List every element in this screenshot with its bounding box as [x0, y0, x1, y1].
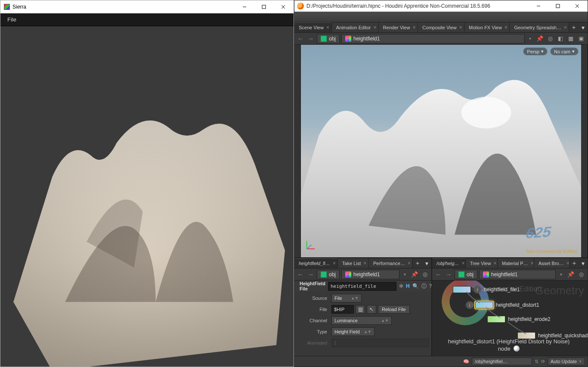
sierra-viewport[interactable]	[0, 26, 294, 367]
tab-close-icon[interactable]: ×	[413, 25, 416, 31]
pane-menu-icon[interactable]: ▾	[422, 258, 432, 268]
pin-icon[interactable]: 📌	[566, 270, 576, 279]
pane-menu-icon[interactable]: ▾	[579, 258, 588, 268]
tab-close-icon[interactable]: ×	[408, 260, 411, 266]
node-heightfield-distort1[interactable]: i heightfield_distort1	[466, 301, 539, 309]
tab-close-icon[interactable]: ×	[566, 260, 569, 266]
viewport-persp-toggle[interactable]: Persp▾	[523, 47, 548, 56]
minimize-button[interactable]	[529, 0, 548, 12]
tab-close-icon[interactable]: ×	[504, 25, 508, 31]
add-tab-button[interactable]: ＋	[413, 258, 422, 268]
tab-close-icon[interactable]: ×	[333, 260, 336, 266]
link-icon[interactable]: ◎	[420, 270, 430, 279]
pin-icon[interactable]	[514, 345, 520, 352]
tab-material-palette[interactable]: Material P…×	[498, 258, 534, 268]
tab-close-icon[interactable]: ×	[494, 260, 497, 266]
path-level[interactable]: obj	[455, 270, 477, 279]
nav-back-icon[interactable]: ←	[434, 270, 443, 279]
label: obj	[467, 271, 473, 278]
nav-back-icon[interactable]: ←	[296, 34, 305, 43]
parameter-pane: heightfield_fi…× Take List× Performance……	[294, 258, 432, 356]
tab-close-icon[interactable]: ×	[363, 260, 366, 266]
pin-icon[interactable]: 📌	[410, 270, 419, 279]
menu-file[interactable]: File	[4, 15, 20, 25]
node-heightfield-erode2[interactable]: heightfield_erode2	[487, 316, 551, 323]
tab-close-icon[interactable]: ×	[462, 260, 465, 266]
shelf-area[interactable]	[294, 12, 588, 22]
info-icon[interactable]: ⓘ	[421, 282, 427, 290]
gear-icon[interactable]: ✲	[399, 282, 403, 290]
path-level[interactable]: obj	[317, 34, 340, 43]
add-tab-button[interactable]: ＋	[569, 22, 579, 32]
sierra-titlebar[interactable]: Sierra	[0, 0, 294, 13]
viewport-left-toolbar[interactable]	[294, 45, 301, 257]
spinner-icon[interactable]: ⇅	[535, 359, 538, 364]
path-dropdown-icon[interactable]: ▾	[557, 272, 564, 277]
parm-source-combo[interactable]: File▲▼	[331, 294, 362, 302]
parm-channel-combo[interactable]: Luminance▲▼	[331, 316, 392, 325]
tab-geometry-spreadsheet[interactable]: Geometry Spreadsh…×	[510, 22, 569, 32]
houdini-titlebar[interactable]: D:/Projects/Houdini/terrain.hipnc - Houd…	[294, 0, 588, 12]
tab-render-view[interactable]: Render View×	[379, 22, 418, 32]
path-dropdown-icon[interactable]: ▾	[526, 36, 533, 41]
help-icon[interactable]: ?	[429, 282, 432, 290]
cube-icon[interactable]: ◧	[556, 34, 565, 43]
path-node[interactable]: heightfield1	[341, 270, 399, 279]
reload-file-button[interactable]: Reload File	[378, 305, 410, 314]
path-dropdown-icon[interactable]: ▾	[401, 272, 408, 277]
tab-network[interactable]: /obj/heig…×	[432, 258, 466, 268]
nav-forward-icon[interactable]: →	[306, 34, 315, 43]
node-heightfield-file1[interactable]: i heightfield_file1	[453, 286, 520, 293]
viewport-right-toolbar[interactable]	[581, 45, 588, 257]
path-level[interactable]: obj	[317, 270, 340, 279]
file-pointer-icon[interactable]: ↖	[367, 305, 376, 314]
tab-label: Geometry Spreadsh…	[514, 25, 561, 30]
tab-close-icon[interactable]: ×	[373, 25, 376, 31]
houdini-viewport[interactable]: Persp▾ No cam▾ 625 Non-Commercial Editio…	[301, 45, 581, 257]
path-node[interactable]: heightfield1	[479, 270, 556, 279]
pane-menu-icon[interactable]: ▾	[578, 22, 588, 32]
file-chooser-icon[interactable]: ▥	[356, 305, 365, 314]
tab-close-icon[interactable]: ×	[459, 25, 462, 31]
tab-close-icon[interactable]: ×	[326, 25, 329, 31]
minimize-button[interactable]	[235, 1, 254, 13]
display-options-icon[interactable]: ▦	[566, 34, 576, 43]
nav-back-icon[interactable]: ←	[296, 270, 305, 279]
pin-icon[interactable]: 📌	[535, 34, 545, 43]
tab-close-icon[interactable]: ×	[564, 25, 567, 31]
houdini-app-icon	[297, 3, 304, 9]
search-icon[interactable]: 🔍	[412, 282, 419, 290]
maximize-button[interactable]	[548, 0, 567, 12]
snapshot-icon[interactable]: ▣	[576, 34, 586, 43]
nav-forward-icon[interactable]: →	[444, 270, 453, 279]
maximize-button[interactable]	[254, 1, 273, 13]
path-node[interactable]: heightfield1	[341, 34, 525, 43]
close-button[interactable]	[273, 1, 293, 13]
link-icon[interactable]: ◎	[576, 270, 586, 279]
status-path[interactable]: /obj/heightfiel…	[472, 358, 532, 365]
add-tab-button[interactable]: ＋	[570, 258, 579, 268]
node-name-field[interactable]	[328, 282, 396, 291]
brain-icon[interactable]: 🧠	[463, 359, 469, 364]
tab-performance[interactable]: Performance…×	[369, 258, 413, 268]
status-update-mode[interactable]: Auto Update ▼	[548, 358, 585, 365]
network-editor[interactable]: Geometry Non-Commercial Edition i height…	[432, 281, 588, 356]
tab-composite-view[interactable]: Composite View×	[418, 22, 464, 32]
tab-animation-editor[interactable]: Animation Editor×	[332, 22, 379, 32]
houdini-logo-icon[interactable]: H	[406, 282, 410, 290]
nav-forward-icon[interactable]: →	[306, 270, 315, 279]
tab-scene-view[interactable]: Scene View×	[294, 22, 332, 32]
tab-tree-view[interactable]: Tree View×	[466, 258, 498, 268]
parm-type-combo[interactable]: Height Field▲▼	[331, 327, 374, 336]
tab-close-icon[interactable]: ×	[531, 260, 534, 266]
tab-heightfield-file[interactable]: heightfield_fi…×	[294, 258, 338, 268]
close-button[interactable]	[567, 0, 587, 12]
viewport-camera-toggle[interactable]: No cam▾	[550, 47, 579, 56]
refresh-icon[interactable]: ⟳	[541, 359, 545, 364]
parm-file-label: File	[294, 307, 330, 312]
parm-file-field[interactable]: $HIP	[331, 305, 354, 314]
tab-asset-browser[interactable]: Asset Bro…×	[534, 258, 570, 268]
tab-take-list[interactable]: Take List×	[338, 258, 369, 268]
tab-motionfx-view[interactable]: Motion FX View×	[464, 22, 510, 32]
link-icon[interactable]: ◎	[545, 34, 555, 43]
